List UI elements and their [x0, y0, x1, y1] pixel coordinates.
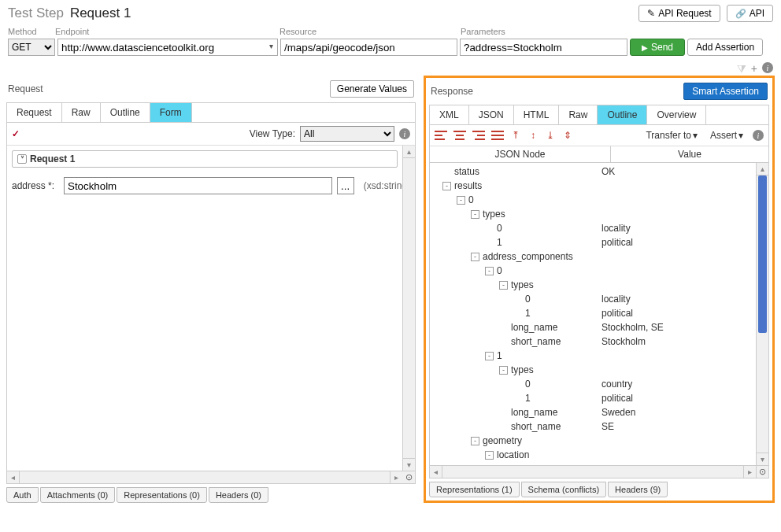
bottom-tab[interactable]: Attachments (0)	[40, 487, 116, 503]
horizontal-scrollbar[interactable]: ◂ ▸	[430, 465, 756, 478]
scroll-down-icon[interactable]: ▾	[403, 458, 415, 471]
align-center-icon[interactable]	[453, 130, 466, 141]
info-icon[interactable]: i	[399, 128, 410, 139]
api-button[interactable]: API	[727, 5, 773, 22]
zoom-icon[interactable]: ⊙	[402, 471, 415, 483]
tab-form[interactable]: Form	[150, 103, 192, 122]
valign-btm-icon[interactable]: ⤓	[545, 130, 556, 141]
plus-icon[interactable]: +	[751, 62, 757, 76]
tree-toggle-icon[interactable]: -	[471, 253, 479, 261]
tree-row[interactable]: 0country	[430, 377, 756, 391]
tree-row[interactable]: 1political	[430, 391, 756, 405]
tree-row[interactable]: -address_components	[430, 249, 756, 264]
api-request-button[interactable]: API Request	[638, 5, 720, 22]
info-icon[interactable]: i	[753, 130, 764, 141]
scroll-up-icon[interactable]: ▴	[403, 146, 415, 158]
response-panel-title: Response	[431, 86, 473, 97]
tree-row[interactable]: short_nameStockholm	[430, 334, 756, 349]
scroll-left-icon[interactable]: ◂	[7, 471, 20, 483]
bottom-tab[interactable]: Representations (0)	[117, 487, 207, 503]
tree-node-label: types	[511, 364, 534, 375]
endpoint-input[interactable]	[57, 39, 278, 56]
valign-mid-icon[interactable]: ↕	[527, 130, 539, 141]
valign-stretch-icon[interactable]: ⇕	[562, 130, 573, 141]
address-field-label: address *:	[12, 180, 59, 191]
scroll-right-icon[interactable]: ▸	[743, 466, 756, 478]
tree-toggle-icon[interactable]: -	[471, 437, 479, 445]
add-assertion-button[interactable]: Add Assertion	[687, 39, 763, 56]
tree-row[interactable]: long_nameSweden	[430, 405, 756, 419]
horizontal-scrollbar[interactable]: ◂ ▸ ⊙	[7, 471, 415, 483]
scroll-down-icon[interactable]: ▾	[757, 453, 768, 465]
zoom-icon[interactable]: ⊙	[756, 465, 768, 478]
tree-toggle-icon[interactable]: -	[499, 281, 508, 290]
tree-row[interactable]: statusOK	[430, 164, 756, 179]
tab-raw[interactable]: Raw	[62, 103, 101, 122]
tab-xml[interactable]: XML	[430, 105, 469, 124]
info-icon[interactable]: i	[762, 62, 773, 73]
browse-button[interactable]: ...	[337, 177, 354, 194]
tree-toggle-icon[interactable]: -	[471, 210, 479, 219]
validate-icon[interactable]: ✓	[12, 128, 20, 139]
tree-row[interactable]: -types	[430, 207, 756, 221]
tree-toggle-icon[interactable]: -	[485, 352, 494, 360]
generate-values-button[interactable]: Generate Values	[330, 80, 414, 98]
tab-outline[interactable]: Outline	[101, 103, 150, 122]
bottom-tab[interactable]: Headers (9)	[608, 482, 668, 497]
tab-html[interactable]: HTML	[514, 105, 560, 124]
tree-row[interactable]: -geometry	[430, 434, 756, 448]
method-label: Method	[8, 27, 55, 36]
tree-toggle-icon[interactable]: -	[485, 451, 494, 460]
response-tabs: XMLJSONHTMLRawOutlineOverview	[429, 105, 769, 124]
bottom-tab[interactable]: Auth	[6, 487, 39, 503]
filter-icon[interactable]: ⧩	[737, 62, 746, 76]
tree-row[interactable]: -location	[430, 448, 756, 462]
tab-request[interactable]: Request	[7, 103, 62, 122]
tree-row[interactable]: -0	[430, 264, 756, 278]
assert-dropdown[interactable]: Assert ▾	[707, 128, 746, 142]
address-field-input[interactable]	[64, 177, 332, 194]
tree-row[interactable]: 0locality	[430, 221, 756, 235]
tree-row[interactable]: long_nameStockholm, SE	[430, 320, 756, 334]
vertical-scrollbar[interactable]: ▴ ▾	[756, 163, 768, 465]
collapse-icon[interactable]: ˅	[17, 154, 27, 164]
tab-raw[interactable]: Raw	[559, 105, 598, 124]
bottom-tab[interactable]: Headers (0)	[209, 487, 268, 503]
parameters-input[interactable]	[460, 39, 627, 56]
align-left-icon[interactable]	[435, 130, 447, 141]
tree-node-label: 0	[525, 294, 531, 305]
send-button[interactable]: ▶ Send	[630, 39, 685, 56]
resource-input[interactable]	[280, 39, 457, 56]
tree-toggle-icon[interactable]: -	[499, 366, 508, 375]
tree-row[interactable]: 1political	[430, 306, 756, 320]
align-right-icon[interactable]	[472, 130, 485, 141]
tree-toggle-icon[interactable]: -	[457, 196, 465, 205]
transfer-to-dropdown[interactable]: Transfer to ▾	[642, 128, 701, 142]
tab-json[interactable]: JSON	[469, 105, 514, 124]
scroll-right-icon[interactable]: ▸	[390, 471, 402, 483]
tab-outline[interactable]: Outline	[598, 105, 647, 124]
valign-top-icon[interactable]: ⤒	[510, 130, 521, 141]
bottom-tab[interactable]: Representations (1)	[429, 482, 520, 497]
tree-toggle-icon[interactable]: -	[442, 182, 451, 190]
smart-assertion-button[interactable]: Smart Assertion	[683, 83, 768, 100]
bottom-tab[interactable]: Schema (conflicts)	[521, 482, 606, 497]
tree-row[interactable]: -results	[430, 179, 756, 193]
method-select[interactable]: GET	[8, 39, 55, 56]
scroll-left-icon[interactable]: ◂	[430, 466, 442, 478]
tree-row[interactable]: -types	[430, 278, 756, 292]
view-type-select[interactable]: All	[300, 126, 394, 142]
scrollbar-thumb[interactable]	[758, 175, 767, 333]
tree-row[interactable]: -0	[430, 193, 756, 207]
tree-row[interactable]: -1	[430, 349, 756, 363]
tab-overview[interactable]: Overview	[647, 105, 706, 124]
vertical-scrollbar[interactable]: ▴ ▾	[402, 146, 415, 471]
tree-toggle-icon[interactable]: -	[485, 267, 494, 275]
tree-row[interactable]: -types	[430, 363, 756, 377]
scroll-up-icon[interactable]: ▴	[757, 163, 768, 175]
tree-node-label: 1	[497, 350, 502, 361]
tree-row[interactable]: 0locality	[430, 292, 756, 306]
tree-row[interactable]: short_nameSE	[430, 419, 756, 434]
align-justify-icon[interactable]	[491, 130, 504, 141]
tree-row[interactable]: 1political	[430, 235, 756, 249]
